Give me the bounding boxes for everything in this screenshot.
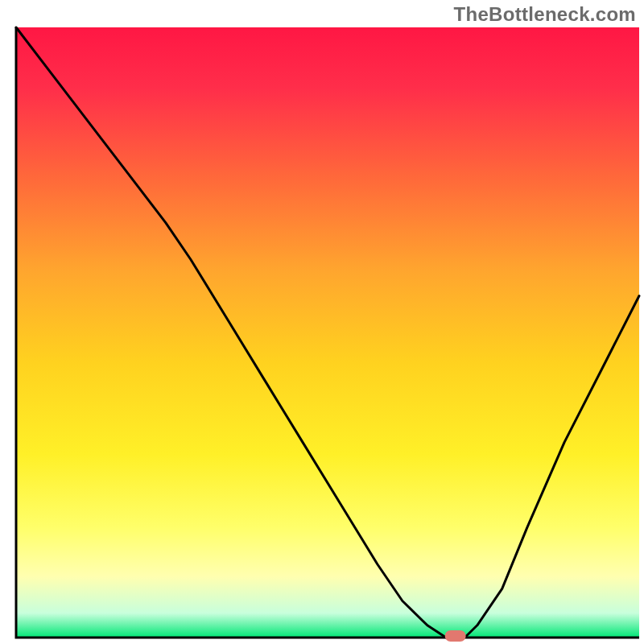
chart-svg bbox=[0, 0, 644, 644]
chart-container: TheBottleneck.com bbox=[0, 0, 644, 644]
plot-background bbox=[16, 27, 639, 638]
optimal-marker bbox=[445, 630, 466, 642]
